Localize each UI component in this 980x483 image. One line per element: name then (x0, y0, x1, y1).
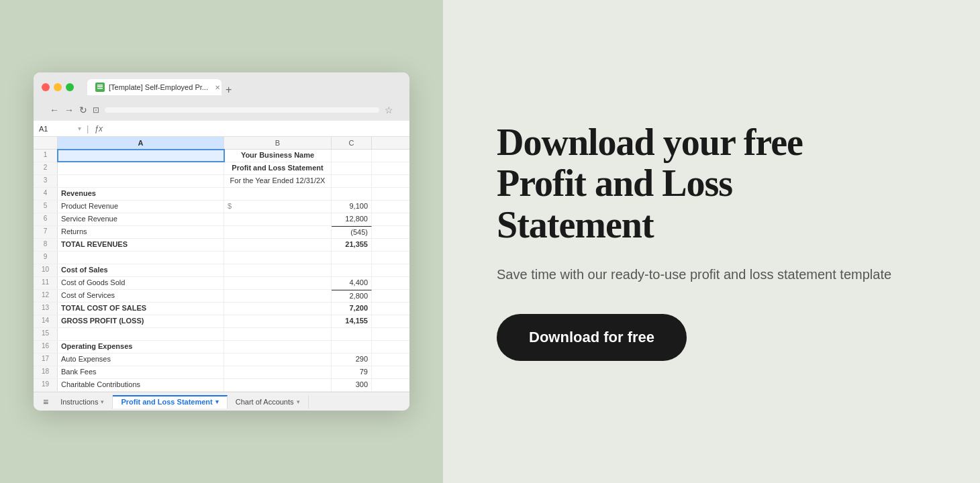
sheet-menu-icon[interactable]: ≡ (39, 396, 52, 407)
cell-c19[interactable]: 300 (332, 379, 372, 391)
cell-a11[interactable]: Cost of Goods Sold (58, 277, 224, 289)
col-header-c: C (332, 137, 372, 149)
tab-chart-of-accounts[interactable]: Chart of Accounts ▾ (228, 395, 309, 409)
table-row: 4 Revenues (34, 188, 409, 201)
cell-b12[interactable] (224, 290, 332, 302)
cell-a19[interactable]: Charitable Contributions (58, 379, 224, 391)
cell-a7[interactable]: Returns (58, 226, 224, 238)
cell-a8[interactable]: TOTAL REVENUES (58, 239, 224, 251)
cell-a10[interactable]: Cost of Sales (58, 264, 224, 276)
cell-b8[interactable] (224, 239, 332, 251)
cell-c6[interactable]: 12,800 (332, 213, 372, 225)
cell-c9[interactable] (332, 252, 372, 264)
cell-b7[interactable] (224, 226, 332, 238)
cell-c17[interactable]: 290 (332, 354, 372, 366)
page-heading: Download your free Profit and Loss State… (497, 122, 891, 246)
address-bar-row: ← → ↻ ⊡ ☆ (42, 101, 401, 121)
row-number: 4 (34, 188, 58, 200)
cell-b1[interactable]: Your Business Name (224, 150, 332, 162)
cell-c12[interactable]: 2,800 (332, 290, 372, 302)
cell-b4[interactable] (224, 188, 332, 200)
cell-b5[interactable]: $ (224, 201, 332, 213)
cell-c3[interactable] (332, 175, 372, 187)
cell-a16[interactable]: Operating Expenses (58, 341, 224, 353)
cell-b15[interactable] (224, 328, 332, 340)
cell-b13[interactable] (224, 303, 332, 315)
heading-line1: Download your free (497, 121, 803, 163)
sheet-tabs: ≡ Instructions ▾ Profit and Loss Stateme… (34, 392, 409, 411)
cell-c7[interactable]: (545) (332, 226, 372, 238)
left-panel: [Template] Self-Employed Pr... ✕ + ← → ↻… (0, 0, 443, 483)
subtext: Save time with our ready-to-use profit a… (497, 264, 891, 284)
cell-b10[interactable] (224, 264, 332, 276)
address-bar[interactable] (105, 107, 379, 113)
row-number: 18 (34, 366, 58, 378)
cell-c16[interactable] (332, 341, 372, 353)
close-button[interactable] (42, 83, 50, 91)
cell-a12[interactable]: Cost of Services (58, 290, 224, 302)
back-button[interactable]: ← (50, 105, 59, 115)
row-number: 3 (34, 175, 58, 187)
cell-a17[interactable]: Auto Expenses (58, 354, 224, 366)
cell-b3[interactable]: For the Year Ended 12/31/2X (224, 175, 332, 187)
cell-c4[interactable] (332, 188, 372, 200)
cell-c11[interactable]: 4,400 (332, 277, 372, 289)
cell-b2[interactable]: Profit and Loss Statement (224, 162, 332, 174)
browser-tab-active[interactable]: [Template] Self-Employed Pr... ✕ (87, 79, 222, 95)
cell-b9[interactable] (224, 252, 332, 264)
cell-a18[interactable]: Bank Fees (58, 366, 224, 378)
table-row: 5 Product Revenue $ 9,100 (34, 201, 409, 213)
heading-line3: Statement (497, 204, 654, 246)
cell-b17[interactable] (224, 354, 332, 366)
cell-c1[interactable] (332, 150, 372, 162)
tab-chart-of-accounts-arrow: ▾ (297, 398, 300, 405)
cell-a6[interactable]: Service Revenue (58, 213, 224, 225)
table-row: 12 Cost of Services 2,800 (34, 290, 409, 303)
cell-b19[interactable] (224, 379, 332, 391)
cell-a13[interactable]: TOTAL COST OF SALES (58, 303, 224, 315)
cell-reference[interactable]: A1 (39, 125, 72, 133)
cell-c18[interactable]: 79 (332, 366, 372, 378)
cell-c2[interactable] (332, 162, 372, 174)
cell-b14[interactable] (224, 315, 332, 327)
tab-profit-loss[interactable]: Profit and Loss Statement ▾ (113, 395, 227, 409)
cell-b18[interactable] (224, 366, 332, 378)
table-row: 19 Charitable Contributions 300 (34, 379, 409, 392)
cell-c5[interactable]: 9,100 (332, 201, 372, 213)
col-header-b: B (224, 137, 332, 149)
cell-b16[interactable] (224, 341, 332, 353)
cell-a9[interactable] (58, 252, 224, 264)
cell-c13[interactable]: 7,200 (332, 303, 372, 315)
table-row: 17 Auto Expenses 290 (34, 354, 409, 366)
new-tab-button[interactable]: + (226, 85, 232, 95)
tab-close-button[interactable]: ✕ (215, 84, 220, 91)
cell-b11[interactable] (224, 277, 332, 289)
cell-b6[interactable] (224, 213, 332, 225)
download-button[interactable]: Download for free (497, 314, 687, 361)
row-number: 13 (34, 303, 58, 315)
table-row: 15 (34, 328, 409, 341)
table-row: 14 GROSS PROFIT (LOSS) 14,155 (34, 315, 409, 328)
formula-fx-icon: ƒx (94, 124, 103, 133)
minimize-button[interactable] (54, 83, 62, 91)
heading-line2: Profit and Loss (497, 162, 732, 204)
cell-a1[interactable] (58, 150, 224, 162)
forward-button[interactable]: → (64, 105, 74, 115)
cell-c8[interactable]: 21,355 (332, 239, 372, 251)
cell-c10[interactable] (332, 264, 372, 276)
cell-a2[interactable] (58, 162, 224, 174)
table-row: 18 Bank Fees 79 (34, 366, 409, 379)
tab-instructions[interactable]: Instructions ▾ (52, 395, 113, 409)
cell-a3[interactable] (58, 175, 224, 187)
bookmark-icon[interactable]: ☆ (385, 105, 393, 115)
reload-button[interactable]: ↻ (79, 105, 87, 115)
maximize-button[interactable] (66, 83, 74, 91)
cell-c15[interactable] (332, 328, 372, 340)
cell-a5[interactable]: Product Revenue (58, 201, 224, 213)
cell-c14[interactable]: 14,155 (332, 315, 372, 327)
right-panel: Download your free Profit and Loss State… (443, 0, 980, 483)
cell-a15[interactable] (58, 328, 224, 340)
browser-chrome: [Template] Self-Employed Pr... ✕ + ← → ↻… (34, 72, 409, 121)
cell-a4[interactable]: Revenues (58, 188, 224, 200)
cell-a14[interactable]: GROSS PROFIT (LOSS) (58, 315, 224, 327)
